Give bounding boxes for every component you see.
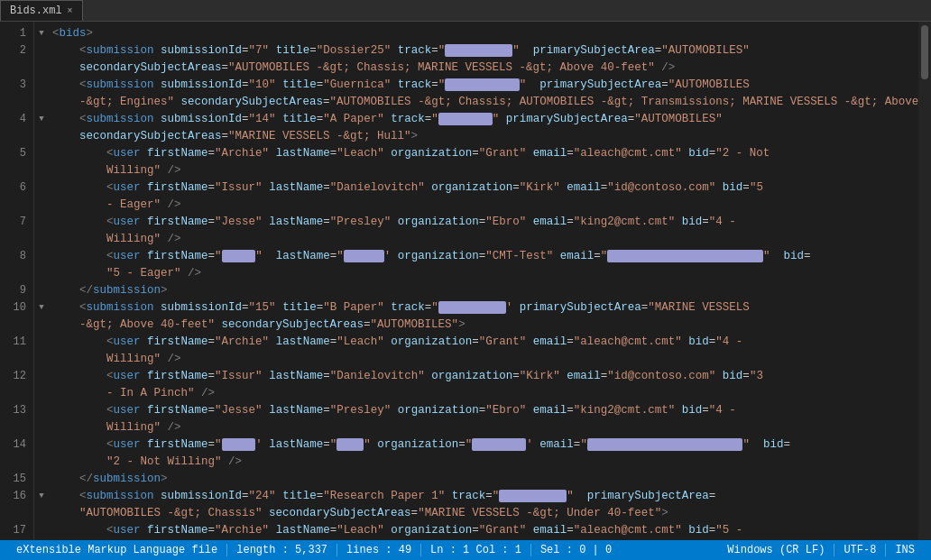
- code-line[interactable]: <submission submissionId="24" title="Res…: [49, 488, 918, 505]
- line-numbers-gutter: 1234567891011121314151617: [0, 22, 34, 540]
- title-bar: Bids.xml ×: [0, 0, 931, 22]
- line-number: [4, 505, 26, 522]
- gutter-item: [34, 522, 49, 539]
- code-line[interactable]: Eager" />: [49, 539, 918, 540]
- code-line[interactable]: <user firstName=" " lastName=" ' organiz…: [49, 248, 918, 265]
- line-number: 15: [4, 471, 26, 488]
- gutter-item: [34, 145, 49, 162]
- tab-filename: Bids.xml: [10, 5, 62, 17]
- line-number: [4, 317, 26, 334]
- line-number: 3: [4, 77, 26, 94]
- code-line[interactable]: <submission submissionId="7" title="Doss…: [49, 42, 918, 60]
- status-length: length : 5,337: [227, 544, 337, 556]
- file-tab[interactable]: Bids.xml ×: [0, 0, 83, 21]
- code-line[interactable]: secondarySubjectAreas="MARINE VESSELS -&…: [49, 128, 918, 145]
- code-line[interactable]: <bids>: [49, 25, 918, 42]
- status-bar: eXtensible Markup Language file length :…: [0, 540, 931, 560]
- line-number: 6: [4, 179, 26, 197]
- code-line[interactable]: <user firstName="Jesse" lastName="Presle…: [49, 402, 918, 419]
- line-number: 9: [4, 282, 26, 299]
- code-line[interactable]: </submission>: [49, 282, 918, 299]
- line-number: 7: [4, 214, 26, 231]
- line-number: 10: [4, 299, 26, 317]
- gutter-item: ▼: [34, 488, 49, 505]
- editor-area: 1234567891011121314151617 ▼▼▼▼ <bids> <s…: [0, 22, 931, 540]
- line-number: 11: [4, 334, 26, 351]
- gutter-item: [34, 77, 49, 94]
- code-line[interactable]: <submission submissionId="14" title="A P…: [49, 111, 918, 128]
- collapse-icon[interactable]: ▼: [39, 25, 43, 42]
- gutter-item: [34, 334, 49, 351]
- status-lines: lines : 49: [337, 544, 421, 556]
- line-number: [4, 385, 26, 402]
- gutter-item: [34, 368, 49, 385]
- code-line[interactable]: "AUTOMOBILES -&gt; Chassis" secondarySub…: [49, 505, 918, 522]
- code-line[interactable]: Willing" />: [49, 162, 918, 179]
- status-insert-mode: INS: [886, 544, 924, 556]
- line-number: 2: [4, 42, 26, 60]
- line-number: [4, 419, 26, 436]
- gutter-item: [34, 419, 49, 436]
- line-number: [4, 128, 26, 145]
- code-line[interactable]: <user firstName="Archie" lastName="Leach…: [49, 145, 918, 162]
- line-number: [4, 162, 26, 179]
- code-line[interactable]: secondarySubjectAreas="AUTOMOBILES -&gt;…: [49, 60, 918, 77]
- code-line[interactable]: "2 - Not Willing" />: [49, 454, 918, 471]
- code-line[interactable]: <user firstName=" ' lastName=" " organiz…: [49, 436, 918, 454]
- code-line[interactable]: -&gt; Above 40-feet" secondarySubjectAre…: [49, 317, 918, 334]
- code-line[interactable]: <user firstName="Archie" lastName="Leach…: [49, 334, 918, 351]
- code-line[interactable]: Willing" />: [49, 419, 918, 436]
- code-line[interactable]: <submission submissionId="15" title="B P…: [49, 299, 918, 317]
- gutter-item: ▼: [34, 111, 49, 128]
- line-number: 5: [4, 145, 26, 162]
- collapse-gutter: ▼▼▼▼: [34, 22, 49, 540]
- line-number: [4, 60, 26, 77]
- code-line[interactable]: </submission>: [49, 471, 918, 488]
- code-line[interactable]: <user firstName="Issur" lastName="Daniel…: [49, 368, 918, 385]
- line-number: 8: [4, 248, 26, 265]
- vertical-scrollbar[interactable]: [918, 22, 931, 540]
- gutter-item: [34, 454, 49, 471]
- code-line[interactable]: -&gt; Engines" secondarySubjectAreas="AU…: [49, 94, 918, 111]
- code-line[interactable]: <user firstName="Issur" lastName="Daniel…: [49, 179, 918, 197]
- line-number: 1: [4, 25, 26, 42]
- code-line[interactable]: Willing" />: [49, 351, 918, 368]
- line-number: [4, 231, 26, 248]
- gutter-item: [34, 385, 49, 402]
- code-line[interactable]: <user firstName="Archie" lastName="Leach…: [49, 522, 918, 539]
- scrollbar-thumb[interactable]: [921, 25, 928, 79]
- line-number: 4: [4, 111, 26, 128]
- gutter-item: [34, 162, 49, 179]
- collapse-icon[interactable]: ▼: [39, 488, 43, 505]
- collapse-icon[interactable]: ▼: [39, 299, 43, 317]
- gutter-item: [34, 128, 49, 145]
- gutter-item: [34, 214, 49, 231]
- gutter-item: [34, 317, 49, 334]
- line-number: [4, 197, 26, 214]
- status-left: eXtensible Markup Language file length :…: [7, 544, 718, 556]
- code-area[interactable]: <bids> <submission submissionId="7" titl…: [49, 22, 918, 540]
- tab-close-button[interactable]: ×: [68, 6, 73, 16]
- status-selection: Sel : 0 | 0: [531, 544, 621, 556]
- code-line[interactable]: - In A Pinch" />: [49, 385, 918, 402]
- line-number: [4, 454, 26, 471]
- code-line[interactable]: Willing" />: [49, 231, 918, 248]
- gutter-item: [34, 231, 49, 248]
- gutter-item: [34, 402, 49, 419]
- gutter-item: [34, 282, 49, 299]
- status-line-endings: Windows (CR LF): [718, 544, 834, 556]
- line-number: [4, 94, 26, 111]
- gutter-item: [34, 505, 49, 522]
- code-line[interactable]: <user firstName="Jesse" lastName="Presle…: [49, 214, 918, 231]
- line-number: [4, 265, 26, 282]
- gutter-item: [34, 265, 49, 282]
- code-line[interactable]: - Eager" />: [49, 197, 918, 214]
- status-right: Windows (CR LF) UTF-8 INS: [718, 544, 924, 556]
- line-number: 12: [4, 368, 26, 385]
- gutter-item: [34, 42, 49, 60]
- code-line[interactable]: "5 - Eager" />: [49, 265, 918, 282]
- line-number: 13: [4, 402, 26, 419]
- collapse-icon[interactable]: ▼: [39, 111, 43, 128]
- code-line[interactable]: <submission submissionId="10" title="Gue…: [49, 77, 918, 94]
- status-position: Ln : 1 Col : 1: [421, 544, 531, 556]
